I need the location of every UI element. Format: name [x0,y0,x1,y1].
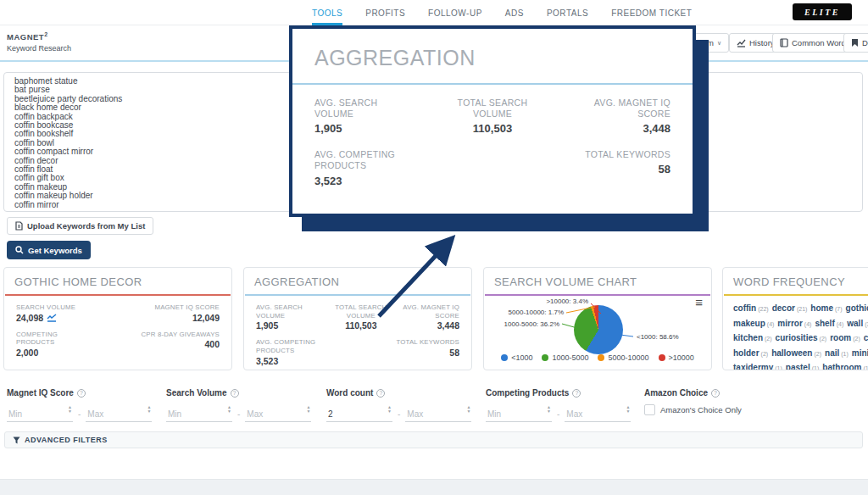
filter-competing-products: Competing Products? ▲▼ - ▲▼ [486,388,640,422]
help-icon[interactable]: ? [711,389,720,398]
nav-tab[interactable]: PORTALS [547,0,588,25]
help-icon[interactable]: ? [231,389,239,398]
stat-avg-search-volume: AVG. SEARCH VOLUME 1,905 [256,303,328,331]
word-frequency-token[interactable]: gothic(6) [846,299,868,314]
word-frequency-token[interactable]: taxidermy(1) [733,359,786,370]
legend-item[interactable]: >10000 [659,353,694,362]
stat-total-keywords: TOTAL KEYWORDS 58 [552,149,670,186]
filter-funnel-icon [13,437,20,444]
word-frequency-card: WORD FREQUENCY coffin(22)decor(21)home(7… [722,267,868,370]
magnet-iq-max-input[interactable] [86,409,152,422]
magnet-iq-min-input[interactable] [7,409,73,422]
word-frequency-token[interactable]: curiosities(2) [776,329,831,343]
stat-magnet-iq: MAGNET IQ SCORE 12,049 [118,303,220,323]
word-count-max-input[interactable] [405,409,471,422]
filter-amazon-choice: Amazon Choice? Amazon's Choice Only [644,388,742,415]
pie-legend: <1000 1000-5000 5000-10000 >10000 [484,353,711,362]
pie-chart-area: ≡ >10000: 3.4% 5000-10000: 1.7% 1000-500… [484,296,711,369]
nav-tab[interactable]: FREEDOM TICKET [611,0,692,25]
app-subtitle: Keyword Research [7,44,71,53]
word-frequency-token[interactable]: bathroom(1) [822,359,868,370]
book-icon [780,38,788,47]
app-identity: MAGNET2 Keyword Research [7,31,71,53]
delete-button[interactable]: Dele [843,33,868,53]
footer-strip [0,479,868,495]
line-chart-icon [737,39,746,47]
word-frequency-list: coffin(22)decor(21)home(7)gothic(6)g mak… [723,296,868,370]
stepper-icon[interactable]: ▲▼ [626,405,630,414]
stat-avg-search-volume: AVG. SEARCH VOLUME 1,905 [314,97,433,135]
stat-total-search-volume: TOTAL SEARCH VOLUME 110,503 [433,97,552,135]
legend-item[interactable]: 1000-5000 [542,353,588,362]
stat-avg-competing-products: AVG. COMPETING PRODUCTS 3,523 [314,149,433,186]
nav-tab[interactable]: FOLLOW-UP [428,0,482,25]
word-frequency-token[interactable]: makeup(4) [733,314,777,329]
top-navigation: TOOLS PROFITS FOLLOW-UP ADS PORTALS FREE… [0,0,868,25]
word-frequency-token[interactable]: shelf(4) [815,314,847,329]
filter-search-volume: Search Volume? ▲▼ - ▲▼ [166,388,320,422]
elite-badge: ELITE [793,3,852,20]
nav-tab[interactable]: ADS [505,0,524,25]
word-frequency-token[interactable]: halloween(2) [771,344,825,359]
word-frequency-token[interactable]: wall(3) [847,314,868,329]
word-count-min-input[interactable] [326,409,392,422]
word-frequency-token[interactable]: kitchen(2) [733,329,776,343]
filters-row: Magnet IQ Score? ▲▼ - ▲▼ Search Volume? … [0,388,868,427]
nav-tab[interactable]: TOOLS [312,0,342,25]
trend-chart-icon[interactable] [47,314,58,322]
legend-dot [598,354,604,361]
word-frequency-token[interactable]: holder(2) [733,344,771,359]
word-frequency-token[interactable]: nail(1) [825,344,852,359]
help-icon[interactable]: ? [572,389,581,398]
search-volume-min-input[interactable] [166,409,232,422]
word-frequency-token[interactable]: mirror(4) [777,314,815,329]
stat-cpr-giveaways: CPR 8-DAY GIVEAWAYS 400 [118,331,220,358]
app-title: MAGNET2 [7,31,71,42]
card-title: GOTHIC HOME DECOR [4,268,231,294]
stepper-icon[interactable]: ▲▼ [68,405,72,414]
word-frequency-token[interactable]: room(2) [830,329,864,343]
stepper-icon[interactable]: ▲▼ [227,405,231,414]
help-icon[interactable]: ? [77,389,86,398]
nav-tab[interactable]: PROFITS [365,0,405,25]
stat-spacer [433,149,552,186]
callout-arrow [364,227,466,325]
stat-competing-products: COMPETING PRODUCTS 2,000 [16,331,118,358]
filter-word-count: Word count? ▲▼ - ▲▼ [326,388,481,422]
stepper-icon[interactable]: ▲▼ [387,405,392,414]
pie-label: 5000-10000: 1.7% [499,309,564,316]
legend-dot [501,354,508,361]
competing-products-min-input[interactable] [486,409,552,422]
panel-stats: AVG. SEARCH VOLUME 1,905 TOTAL SEARCH VO… [292,85,693,200]
amazon-choice-checkbox[interactable] [644,404,655,415]
stepper-icon[interactable]: ▲▼ [547,405,551,414]
search-volume-max-input[interactable] [245,409,311,422]
word-frequency-token[interactable]: home(7) [810,299,845,314]
bookmark-icon [851,38,859,47]
upload-keywords-button[interactable]: Upload Keywords from My List [7,217,153,235]
stepper-icon[interactable]: ▲▼ [147,405,151,414]
get-keywords-button[interactable]: Get Keywords [7,241,91,259]
aggregation-overlay-panel: AGGREGATION AVG. SEARCH VOLUME 1,905 TOT… [289,25,696,217]
advanced-filters-toggle[interactable]: ADVANCED FILTERS [4,431,863,448]
stat-search-volume: SEARCH VOLUME 24,098 [16,303,118,323]
pie-label: <1000: 58.6% [637,333,679,341]
stat-total-keywords: TOTAL KEYWORDS 58 [394,338,459,365]
legend-item[interactable]: 5000-10000 [598,353,648,362]
word-frequency-token[interactable]: pastel(1) [786,359,822,370]
word-frequency-token[interactable]: decor(21) [772,299,811,314]
help-icon[interactable]: ? [376,389,385,398]
word-frequency-token[interactable]: coffin(22) [733,299,772,314]
legend-dot [659,354,665,361]
word-frequency-token[interactable]: creepy [864,329,868,343]
panel-title: AGGREGATION [292,29,693,83]
filter-magnet-iq-score: Magnet IQ Score? ▲▼ - ▲▼ [7,388,161,422]
competing-products-max-input[interactable] [565,409,631,422]
legend-item[interactable]: <1000 [501,353,532,362]
stat-spacer [328,338,393,365]
stepper-icon[interactable]: ▲▼ [466,405,470,414]
search-icon [15,246,24,254]
word-frequency-token[interactable]: mini(1) [852,344,868,359]
card-title: SEARCH VOLUME CHART [484,268,711,294]
stepper-icon[interactable]: ▲▼ [306,405,310,414]
